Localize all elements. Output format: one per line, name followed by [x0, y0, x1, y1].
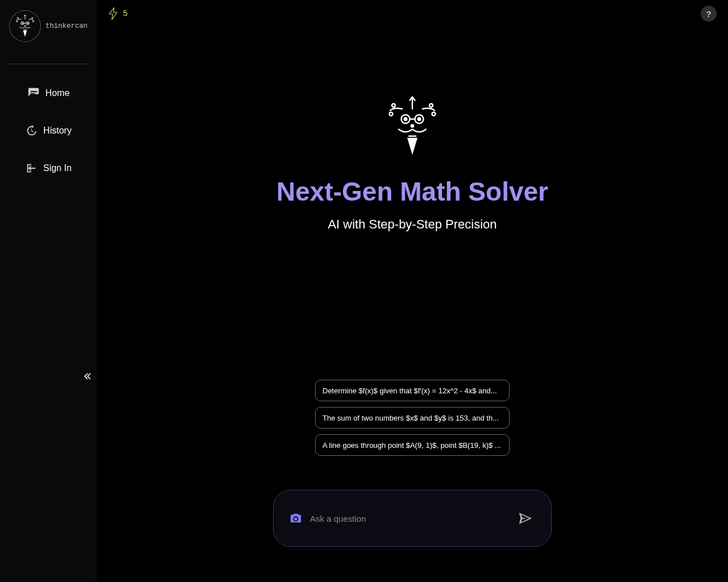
hero-title: Next-Gen Math Solver — [276, 176, 548, 207]
avatar-logo-icon — [14, 15, 36, 38]
svg-point-22 — [411, 124, 413, 127]
example-prompt[interactable]: Determine $f(x)$ given that $f'(x) = 12x… — [315, 380, 510, 401]
lightning-icon — [108, 7, 118, 20]
send-button[interactable] — [516, 509, 535, 528]
sidebar-item-label: Home — [46, 88, 70, 98]
sidebar-divider — [7, 64, 90, 64]
svg-marker-10 — [23, 30, 27, 36]
help-button[interactable]: ? — [701, 6, 717, 22]
signin-icon — [25, 162, 38, 174]
send-icon — [517, 510, 534, 527]
svg-point-15 — [390, 113, 393, 116]
svg-marker-23 — [407, 138, 417, 155]
sidebar-item-signin[interactable]: Sign In — [25, 162, 72, 174]
main-content: 5 ? — [97, 0, 728, 582]
history-icon — [25, 124, 38, 137]
sidebar-item-home[interactable]: Home — [27, 87, 70, 99]
svg-marker-12 — [109, 8, 117, 20]
camera-icon — [289, 512, 302, 525]
example-prompt[interactable]: The sum of two numbers $x$ and $y$ is 15… — [315, 407, 510, 429]
svg-point-13 — [392, 104, 395, 107]
question-input-container — [273, 490, 552, 547]
avatar[interactable] — [9, 10, 41, 42]
sidebar-item-history[interactable]: History — [25, 124, 72, 137]
credits-value: 5 — [123, 9, 127, 18]
svg-point-1 — [31, 18, 32, 19]
chevron-double-left-icon — [82, 371, 93, 382]
sidebar-header: thinkercan — [0, 0, 97, 47]
username: thinkercan — [46, 22, 88, 30]
hero: Next-Gen Math Solver AI with Step-by-Ste… — [276, 95, 548, 232]
sidebar-nav: Home History Sign In — [0, 87, 97, 174]
svg-point-8 — [27, 23, 28, 24]
svg-point-14 — [429, 104, 433, 107]
camera-button[interactable] — [289, 512, 302, 525]
svg-point-3 — [32, 20, 34, 22]
example-prompt[interactable]: A line goes through point $A(9, 1)$, poi… — [315, 434, 510, 456]
help-icon: ? — [706, 9, 711, 19]
credits-counter[interactable]: 5 — [108, 7, 127, 20]
svg-point-20 — [404, 118, 407, 120]
sidebar: thinkercan Home History Sign In — [0, 0, 97, 582]
svg-point-0 — [17, 18, 18, 19]
svg-point-2 — [16, 20, 18, 22]
topbar: 5 ? — [97, 0, 728, 27]
svg-point-16 — [432, 113, 436, 116]
sidebar-collapse-button[interactable] — [81, 369, 94, 383]
svg-point-21 — [418, 118, 421, 120]
svg-point-7 — [22, 23, 23, 24]
sidebar-item-label: Sign In — [43, 163, 72, 173]
chat-icon — [27, 87, 40, 99]
example-prompts: Determine $f(x)$ given that $f'(x) = 12x… — [315, 380, 510, 456]
question-input[interactable] — [310, 514, 508, 523]
sidebar-item-label: History — [43, 126, 72, 136]
hero-logo-icon — [387, 95, 438, 160]
hero-subtitle: AI with Step-by-Step Precision — [328, 217, 497, 232]
svg-point-9 — [24, 26, 26, 27]
